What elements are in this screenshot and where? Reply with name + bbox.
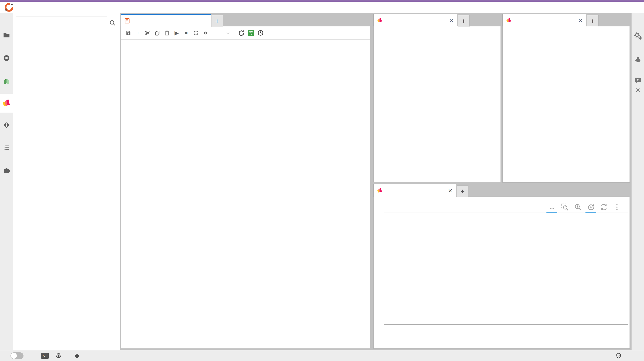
save-button[interactable] bbox=[124, 28, 133, 38]
new-tab-button[interactable]: + bbox=[458, 15, 470, 27]
notebook-file-icon bbox=[124, 18, 130, 24]
pan-tool-icon[interactable]: ↔ bbox=[548, 203, 556, 211]
property-inspector-icon[interactable] bbox=[632, 30, 644, 42]
right-activity-bar bbox=[632, 13, 644, 350]
svg-text:s: s bbox=[5, 78, 7, 81]
dask-url-input[interactable] bbox=[16, 16, 107, 29]
jupyterlab-window: s bbox=[0, 0, 644, 361]
task-stream-body: ↔ bbox=[374, 197, 630, 349]
restart-kernel-button[interactable] bbox=[191, 28, 201, 38]
run-cell-button[interactable]: ▶ bbox=[172, 28, 182, 38]
notebook-tabbar: + bbox=[120, 14, 370, 26]
hover-tool-menu-icon[interactable] bbox=[613, 203, 621, 211]
new-tab-button[interactable]: + bbox=[211, 15, 223, 27]
close-icon[interactable]: × bbox=[448, 187, 453, 194]
close-sidebar-icon[interactable] bbox=[632, 84, 644, 96]
debugger-icon[interactable] bbox=[632, 53, 644, 66]
dask-tab-icon bbox=[506, 17, 512, 23]
close-icon[interactable]: × bbox=[578, 17, 583, 24]
task-stream-tabbar: × + bbox=[374, 184, 630, 197]
status-left: $_ bbox=[0, 353, 103, 359]
left-activity-bar: s bbox=[0, 13, 13, 350]
tab-dask-intro[interactable] bbox=[120, 14, 211, 26]
dask-tab-icon bbox=[377, 17, 382, 23]
box-zoom-tool-icon[interactable] bbox=[561, 203, 569, 211]
bokeh-toolbar: ↔ bbox=[548, 203, 621, 211]
tab-cluster-map[interactable]: × bbox=[502, 14, 586, 26]
close-icon[interactable]: × bbox=[449, 17, 454, 24]
reset-tool-icon[interactable] bbox=[600, 203, 608, 211]
dask-dashboard-buttons bbox=[13, 33, 120, 37]
table-of-contents-icon[interactable] bbox=[0, 140, 13, 155]
notebook-dock: + + ▶ ■ bbox=[120, 14, 370, 349]
kernel-chip-icon[interactable] bbox=[56, 353, 62, 359]
dask-dashboard-panel bbox=[13, 13, 120, 350]
cluster-map-graph bbox=[502, 26, 630, 182]
new-tab-button[interactable]: + bbox=[587, 15, 598, 27]
restart-run-all-button[interactable] bbox=[201, 28, 210, 38]
file-browser-icon[interactable] bbox=[0, 28, 13, 42]
paste-cells-button[interactable] bbox=[162, 28, 172, 38]
more-commands-button[interactable] bbox=[358, 28, 367, 38]
chevron-down-icon bbox=[226, 31, 230, 35]
dask-tab-icon bbox=[377, 188, 382, 193]
running-sessions-icon[interactable] bbox=[0, 51, 13, 65]
progress-tabbar: × + bbox=[374, 14, 501, 26]
notebook-toolbar: + ▶ ■ bbox=[120, 26, 370, 40]
tab-progress[interactable]: × bbox=[374, 14, 457, 26]
dask-sidebar-icon[interactable] bbox=[0, 94, 13, 113]
dask-url-row bbox=[13, 13, 120, 33]
cell-type-dropdown[interactable] bbox=[214, 31, 230, 35]
trust-shield-icon[interactable] bbox=[616, 353, 622, 359]
progress-panel: × + bbox=[374, 14, 501, 182]
terminal-icon[interactable]: $_ bbox=[41, 353, 49, 359]
extension-manager-icon[interactable] bbox=[0, 163, 13, 178]
progress-body bbox=[374, 26, 501, 182]
git-sidebar-icon[interactable] bbox=[0, 118, 13, 132]
menu-bar bbox=[0, 2, 644, 13]
search-icon[interactable] bbox=[107, 17, 118, 28]
execution-indicator-toggle[interactable] bbox=[246, 28, 256, 38]
insert-cell-button[interactable]: + bbox=[133, 28, 143, 38]
task-stream-plot[interactable] bbox=[384, 213, 628, 325]
copy-cells-button[interactable] bbox=[152, 28, 162, 38]
cluster-map-body bbox=[502, 26, 630, 183]
task-stream-panel: × + ↔ bbox=[374, 184, 630, 349]
top-accent-strip bbox=[0, 0, 644, 2]
zoom-follow-tool-icon[interactable] bbox=[587, 203, 595, 211]
new-tab-button[interactable]: + bbox=[457, 185, 468, 197]
status-bar: $_ bbox=[0, 350, 644, 361]
status-right bbox=[607, 353, 644, 359]
cluster-map-panel: × + bbox=[502, 14, 630, 182]
kernel-sync-icon[interactable] bbox=[236, 28, 246, 38]
interrupt-kernel-button[interactable]: ■ bbox=[182, 28, 191, 38]
nebari-logo-icon[interactable] bbox=[3, 3, 15, 12]
tab-task-stream[interactable]: × bbox=[374, 184, 456, 197]
execution-time-clock-icon[interactable] bbox=[256, 28, 265, 38]
simple-mode-toggle[interactable] bbox=[10, 353, 24, 359]
notebook-cells bbox=[120, 40, 370, 349]
cut-cells-button[interactable] bbox=[143, 28, 152, 38]
scrapbook-icon[interactable]: s bbox=[0, 74, 13, 88]
cluster-map-tabbar: × + bbox=[502, 14, 630, 26]
workspace: s bbox=[0, 13, 644, 350]
wheel-zoom-tool-icon[interactable] bbox=[574, 203, 582, 211]
git-status-icon[interactable] bbox=[74, 353, 80, 359]
